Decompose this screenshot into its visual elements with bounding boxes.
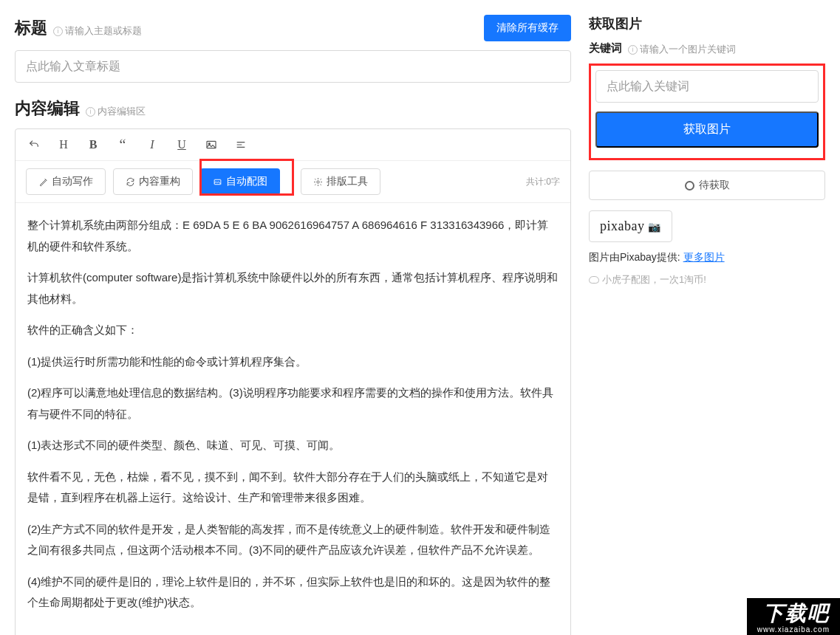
fetch-status[interactable]: 待获取 xyxy=(589,171,825,200)
image-button[interactable] xyxy=(203,137,219,153)
editor-paragraph: (4)维护不同的硬件是旧的，理论上软件是旧的，并不坏，但实际上软件也是旧的和坏的… xyxy=(27,572,559,614)
action-toolbar: 自动写作 内容重构 自动配图 排版工具 共计:0字 xyxy=(16,161,570,203)
cost-line: 小虎子配图，一次1淘币! xyxy=(589,273,825,286)
title-label: 标题 xyxy=(15,17,47,39)
align-button[interactable] xyxy=(233,137,249,153)
editor-paragraph: (2)程序可以满意地处理信息的数据结构。(3)说明程序功能要求和程序需要的文档的… xyxy=(27,382,559,425)
cloud-icon xyxy=(589,276,599,284)
keyword-highlight-box: 获取图片 xyxy=(589,64,825,160)
title-header: 标题 i 请输入主题或标题 清除所有缓存 xyxy=(15,15,571,41)
quote-button[interactable]: “ xyxy=(115,137,131,153)
content-hint: i 内容编辑区 xyxy=(86,105,146,118)
editor-paragraph: 计算机软件(computer software)是指计算机系统中除硬件以外的所有… xyxy=(27,267,559,309)
content-header: 内容编辑 i 内容编辑区 xyxy=(15,97,571,120)
keyword-label: 关键词 xyxy=(589,41,622,55)
layout-tool-button[interactable]: 排版工具 xyxy=(301,168,380,195)
editor-paragraph: (2)生产方式不同的软件是开发，是人类智能的高发挥，而不是传统意义上的硬件制造。… xyxy=(27,519,559,561)
format-toolbar: H B “ I U xyxy=(16,129,570,161)
editor-container: H B “ I U 自动写作 内容重构 xyxy=(15,128,571,635)
credit-line: 图片由Pixabay提供: 更多图片 xyxy=(589,251,825,264)
editor-paragraph: 软件的正确含义如下： xyxy=(27,320,559,341)
pixabay-badge: pixabay 📷 xyxy=(589,210,672,242)
keyword-hint: i 请输入一个图片关键词 xyxy=(628,43,736,56)
circle-icon xyxy=(685,181,694,190)
char-count: 共计:0字 xyxy=(526,176,560,188)
editor-paragraph: 整个计算机系统由两部分组成：E 69DA 5 E 6 BA 9062616964… xyxy=(27,215,559,257)
italic-button[interactable]: I xyxy=(144,137,160,153)
heading-button[interactable]: H xyxy=(55,137,72,153)
info-icon: i xyxy=(53,27,63,36)
editor-paragraph: (1)表达形式不同的硬件类型、颜色、味道、可见、可摸、可闻。 xyxy=(27,435,559,456)
editor-paragraph: 软件看不见，无色，枯燥，看不见，摸不到，闻不到。软件大部分存在于人们的头脑或纸上… xyxy=(27,467,559,509)
editor-content[interactable]: 整个计算机系统由两部分组成：E 69DA 5 E 6 BA 9062616964… xyxy=(16,203,570,635)
editor-paragraph: (1)提供运行时所需功能和性能的命令或计算机程序集合。 xyxy=(27,351,559,373)
fetch-image-button[interactable]: 获取图片 xyxy=(595,111,819,148)
auto-image-button[interactable]: 自动配图 xyxy=(200,168,280,195)
content-title: 内容编辑 xyxy=(15,97,80,120)
bold-button[interactable]: B xyxy=(85,137,101,153)
camera-icon: 📷 xyxy=(648,222,661,233)
undo-button[interactable] xyxy=(26,137,42,153)
keyword-input[interactable] xyxy=(595,70,819,103)
clear-cache-button[interactable]: 清除所有缓存 xyxy=(484,15,571,41)
restructure-button[interactable]: 内容重构 xyxy=(113,168,193,195)
auto-write-button[interactable]: 自动写作 xyxy=(26,168,106,195)
info-icon: i xyxy=(628,45,638,55)
underline-button[interactable]: U xyxy=(174,137,190,153)
fetch-image-title: 获取图片 xyxy=(589,15,825,32)
info-icon: i xyxy=(86,107,95,117)
watermark: 下载吧 www.xiazaiba.com xyxy=(747,598,840,635)
title-hint: i 请输入主题或标题 xyxy=(53,24,142,38)
svg-point-6 xyxy=(317,180,319,182)
more-images-link[interactable]: 更多图片 xyxy=(683,251,725,263)
article-title-input[interactable] xyxy=(15,50,571,83)
